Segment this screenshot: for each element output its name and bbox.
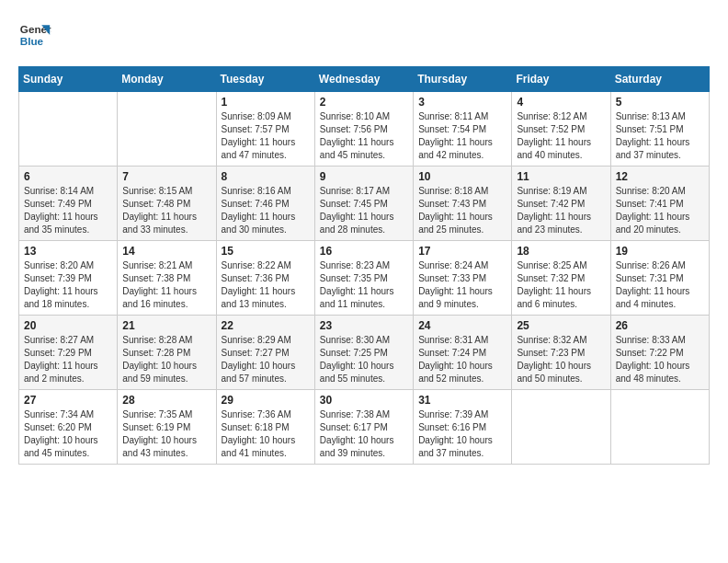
day-info: Sunrise: 7:35 AM Sunset: 6:19 PM Dayligh…	[122, 408, 210, 460]
day-info: Sunrise: 8:17 AM Sunset: 7:45 PM Dayligh…	[320, 185, 408, 236]
weekday-header: Friday	[512, 67, 610, 92]
day-number: 1	[222, 96, 310, 109]
day-number: 8	[222, 170, 310, 183]
weekday-header: Wednesday	[314, 67, 413, 92]
day-info: Sunrise: 8:18 AM Sunset: 7:43 PM Dayligh…	[418, 185, 506, 236]
day-info: Sunrise: 8:20 AM Sunset: 7:41 PM Dayligh…	[616, 185, 704, 236]
calendar-week-row: 1Sunrise: 8:09 AM Sunset: 7:57 PM Daylig…	[19, 92, 710, 167]
day-number: 4	[517, 96, 605, 109]
logo-icon: General Blue	[18, 18, 51, 52]
calendar-cell: 30Sunrise: 7:38 AM Sunset: 6:17 PM Dayli…	[314, 390, 413, 465]
calendar-cell: 2Sunrise: 8:10 AM Sunset: 7:56 PM Daylig…	[314, 92, 413, 167]
day-number: 7	[122, 170, 210, 183]
day-info: Sunrise: 8:13 AM Sunset: 7:51 PM Dayligh…	[616, 110, 704, 162]
calendar-cell: 21Sunrise: 8:28 AM Sunset: 7:28 PM Dayli…	[118, 316, 216, 390]
day-info: Sunrise: 8:10 AM Sunset: 7:56 PM Dayligh…	[320, 110, 408, 162]
calendar-cell	[512, 390, 610, 465]
calendar-cell: 13Sunrise: 8:20 AM Sunset: 7:39 PM Dayli…	[19, 241, 118, 316]
day-info: Sunrise: 8:27 AM Sunset: 7:29 PM Dayligh…	[24, 334, 112, 385]
day-info: Sunrise: 8:32 AM Sunset: 7:23 PM Dayligh…	[517, 334, 605, 385]
calendar-week-row: 20Sunrise: 8:27 AM Sunset: 7:29 PM Dayli…	[19, 316, 710, 390]
day-number: 5	[616, 96, 704, 109]
day-info: Sunrise: 8:11 AM Sunset: 7:54 PM Dayligh…	[418, 110, 506, 162]
calendar-week-row: 27Sunrise: 7:34 AM Sunset: 6:20 PM Dayli…	[19, 390, 710, 465]
day-number: 27	[24, 394, 112, 407]
calendar-cell: 18Sunrise: 8:25 AM Sunset: 7:32 PM Dayli…	[512, 241, 610, 316]
weekday-header: Sunday	[19, 67, 118, 92]
calendar-cell: 25Sunrise: 8:32 AM Sunset: 7:23 PM Dayli…	[512, 316, 610, 390]
calendar-cell: 15Sunrise: 8:22 AM Sunset: 7:36 PM Dayli…	[216, 241, 314, 316]
calendar-cell: 20Sunrise: 8:27 AM Sunset: 7:29 PM Dayli…	[19, 316, 118, 390]
calendar-cell: 28Sunrise: 7:35 AM Sunset: 6:19 PM Dayli…	[118, 390, 216, 465]
day-number: 11	[517, 170, 605, 183]
day-info: Sunrise: 8:25 AM Sunset: 7:32 PM Dayligh…	[517, 259, 605, 311]
day-info: Sunrise: 8:14 AM Sunset: 7:49 PM Dayligh…	[24, 185, 112, 236]
page-header: General Blue	[18, 18, 710, 52]
day-info: Sunrise: 8:23 AM Sunset: 7:35 PM Dayligh…	[320, 259, 408, 311]
calendar-cell: 8Sunrise: 8:16 AM Sunset: 7:46 PM Daylig…	[216, 167, 314, 241]
calendar-cell: 16Sunrise: 8:23 AM Sunset: 7:35 PM Dayli…	[314, 241, 413, 316]
day-number: 12	[616, 170, 704, 183]
day-info: Sunrise: 8:19 AM Sunset: 7:42 PM Dayligh…	[517, 185, 605, 236]
calendar-header-row: SundayMondayTuesdayWednesdayThursdayFrid…	[19, 67, 710, 92]
calendar-cell: 4Sunrise: 8:12 AM Sunset: 7:52 PM Daylig…	[512, 92, 610, 167]
day-number: 6	[24, 170, 112, 183]
day-number: 29	[222, 394, 310, 407]
calendar-cell: 23Sunrise: 8:30 AM Sunset: 7:25 PM Dayli…	[314, 316, 413, 390]
calendar-cell	[19, 92, 118, 167]
day-number: 16	[320, 245, 408, 258]
calendar-cell	[118, 92, 216, 167]
day-number: 18	[517, 245, 605, 258]
calendar-cell: 31Sunrise: 7:39 AM Sunset: 6:16 PM Dayli…	[414, 390, 512, 465]
day-info: Sunrise: 8:26 AM Sunset: 7:31 PM Dayligh…	[616, 259, 704, 311]
day-info: Sunrise: 7:36 AM Sunset: 6:18 PM Dayligh…	[222, 408, 310, 460]
day-number: 28	[122, 394, 210, 407]
day-number: 2	[320, 96, 408, 109]
calendar-cell: 12Sunrise: 8:20 AM Sunset: 7:41 PM Dayli…	[610, 167, 709, 241]
day-info: Sunrise: 8:12 AM Sunset: 7:52 PM Dayligh…	[517, 110, 605, 162]
calendar-cell: 6Sunrise: 8:14 AM Sunset: 7:49 PM Daylig…	[19, 167, 118, 241]
day-number: 26	[616, 319, 704, 332]
day-info: Sunrise: 8:28 AM Sunset: 7:28 PM Dayligh…	[122, 334, 210, 385]
day-number: 24	[418, 319, 506, 332]
day-info: Sunrise: 7:39 AM Sunset: 6:16 PM Dayligh…	[418, 408, 506, 460]
calendar-cell: 24Sunrise: 8:31 AM Sunset: 7:24 PM Dayli…	[414, 316, 512, 390]
day-info: Sunrise: 8:30 AM Sunset: 7:25 PM Dayligh…	[320, 334, 408, 385]
day-number: 25	[517, 319, 605, 332]
day-info: Sunrise: 8:22 AM Sunset: 7:36 PM Dayligh…	[222, 259, 310, 311]
day-number: 14	[122, 245, 210, 258]
day-number: 31	[418, 394, 506, 407]
day-number: 22	[222, 319, 310, 332]
day-number: 17	[418, 245, 506, 258]
logo: General Blue	[18, 18, 51, 52]
day-info: Sunrise: 8:15 AM Sunset: 7:48 PM Dayligh…	[122, 185, 210, 236]
day-number: 13	[24, 245, 112, 258]
svg-text:Blue: Blue	[20, 35, 44, 47]
weekday-header: Thursday	[414, 67, 512, 92]
day-info: Sunrise: 8:31 AM Sunset: 7:24 PM Dayligh…	[418, 334, 506, 385]
day-number: 19	[616, 245, 704, 258]
day-info: Sunrise: 8:29 AM Sunset: 7:27 PM Dayligh…	[222, 334, 310, 385]
day-info: Sunrise: 8:16 AM Sunset: 7:46 PM Dayligh…	[222, 185, 310, 236]
day-info: Sunrise: 8:20 AM Sunset: 7:39 PM Dayligh…	[24, 259, 112, 311]
calendar-cell: 11Sunrise: 8:19 AM Sunset: 7:42 PM Dayli…	[512, 167, 610, 241]
calendar-cell: 14Sunrise: 8:21 AM Sunset: 7:38 PM Dayli…	[118, 241, 216, 316]
day-number: 23	[320, 319, 408, 332]
calendar-cell: 9Sunrise: 8:17 AM Sunset: 7:45 PM Daylig…	[314, 167, 413, 241]
day-number: 15	[222, 245, 310, 258]
day-info: Sunrise: 7:34 AM Sunset: 6:20 PM Dayligh…	[24, 408, 112, 460]
calendar-cell	[610, 390, 709, 465]
day-info: Sunrise: 8:21 AM Sunset: 7:38 PM Dayligh…	[122, 259, 210, 311]
calendar-table: SundayMondayTuesdayWednesdayThursdayFrid…	[18, 66, 710, 465]
calendar-cell: 10Sunrise: 8:18 AM Sunset: 7:43 PM Dayli…	[414, 167, 512, 241]
calendar-cell: 7Sunrise: 8:15 AM Sunset: 7:48 PM Daylig…	[118, 167, 216, 241]
day-info: Sunrise: 8:24 AM Sunset: 7:33 PM Dayligh…	[418, 259, 506, 311]
calendar-cell: 1Sunrise: 8:09 AM Sunset: 7:57 PM Daylig…	[216, 92, 314, 167]
calendar-cell: 22Sunrise: 8:29 AM Sunset: 7:27 PM Dayli…	[216, 316, 314, 390]
day-number: 3	[418, 96, 506, 109]
weekday-header: Monday	[118, 67, 216, 92]
calendar-week-row: 13Sunrise: 8:20 AM Sunset: 7:39 PM Dayli…	[19, 241, 710, 316]
day-number: 21	[122, 319, 210, 332]
calendar-cell: 17Sunrise: 8:24 AM Sunset: 7:33 PM Dayli…	[414, 241, 512, 316]
calendar-cell: 26Sunrise: 8:33 AM Sunset: 7:22 PM Dayli…	[610, 316, 709, 390]
